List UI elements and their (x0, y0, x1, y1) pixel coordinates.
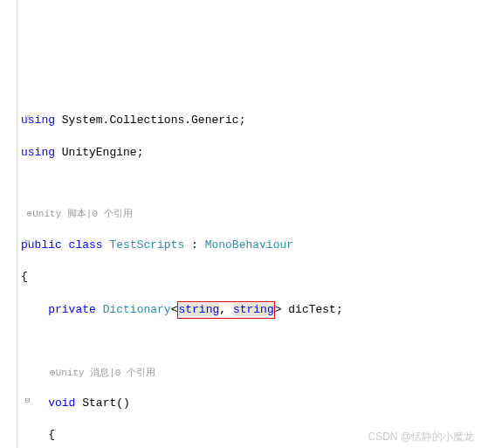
fold-icon[interactable]: ⊟ (25, 238, 30, 249)
keyword: private (21, 303, 96, 316)
code-text: : (184, 238, 204, 252)
keyword: string (233, 303, 274, 316)
type-name: Dictionary (96, 303, 171, 316)
code-line[interactable]: using UnityEngine; (21, 145, 481, 161)
fold-icon[interactable]: ⊟ (25, 396, 30, 407)
watermark: CSDN @恬静的小魔龙 (368, 430, 474, 445)
codelens[interactable]: ⊕Unity 消息|0 个引用 (21, 367, 481, 380)
reference-text: ⊕Unity 脚本|0 个引用 (21, 209, 133, 219)
fold-icon[interactable]: ⊟ (25, 113, 30, 124)
blank-line (21, 334, 481, 350)
code-editor[interactable]: ⊟using System.Collections.Generic; using… (0, 95, 481, 448)
code-text: UnityEngine; (55, 146, 143, 159)
type-name: MonoBehaviour (205, 238, 293, 252)
codelens[interactable]: ⊕Unity 脚本|0 个引用 (21, 208, 481, 221)
code-text: dicTest; (282, 303, 343, 316)
keyword: class (62, 238, 103, 252)
brace: { (21, 428, 55, 441)
keyword: using (21, 146, 55, 159)
brace: { (21, 270, 28, 283)
keyword: string (178, 303, 219, 316)
code-text: , (219, 303, 233, 316)
code-line[interactable]: { (21, 269, 481, 285)
code-line[interactable]: ⊟public class TestScripts : MonoBehaviou… (21, 238, 481, 253)
highlight-box: string, string (177, 301, 274, 319)
blank-line (21, 176, 481, 192)
reference-text: ⊕Unity 消息|0 个引用 (21, 368, 155, 378)
code-line[interactable]: ⊟using System.Collections.Generic; (21, 113, 481, 128)
code-line[interactable]: ⊟ void Start() (21, 396, 481, 411)
code-line[interactable]: private Dictionary<string, string> dicTe… (21, 301, 481, 319)
code-text: System.Collections.Generic; (55, 114, 245, 127)
class-name: TestScripts (103, 238, 185, 252)
code-text: Start() (75, 396, 129, 410)
